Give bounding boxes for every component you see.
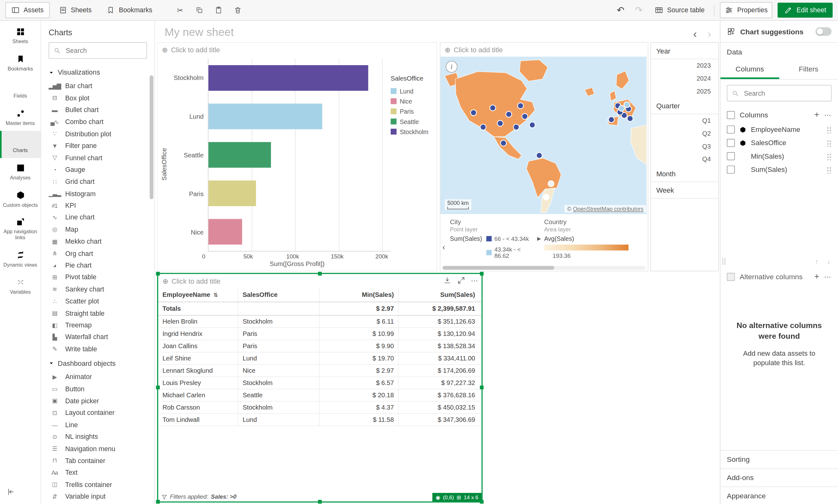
chart-type-org-chart[interactable]: ⋔Org chart: [49, 248, 152, 259]
map-title-placeholder[interactable]: ⊕ Click to add title: [440, 43, 648, 57]
chart-type-histogram[interactable]: ▁▃▂Histogram: [49, 187, 152, 200]
column-header-sum-sales[interactable]: Sum(Sales): [399, 288, 479, 302]
columns-more-icon[interactable]: ⋯: [824, 111, 832, 119]
filter-value-q1[interactable]: Q1: [651, 114, 718, 127]
tab-columns[interactable]: Columns: [720, 60, 780, 79]
chart-type-kpi[interactable]: #1KPI: [49, 200, 152, 212]
chart-type-map[interactable]: ◎Map: [49, 223, 152, 235]
add-alternative-icon[interactable]: +: [814, 272, 819, 281]
alternative-columns-checkbox[interactable]: [727, 273, 735, 281]
chart-type-pie-chart[interactable]: ◕Pie chart: [49, 259, 152, 271]
column-header-min-sales[interactable]: Min(Sales): [319, 288, 399, 302]
filter-value-2023[interactable]: 2023: [651, 59, 718, 72]
chart-type-variable-input[interactable]: ⇵Variable input: [49, 491, 152, 503]
sidebar-item-variables[interactable]: Variables: [0, 273, 41, 300]
chart-suggestions-toggle[interactable]: [816, 28, 832, 36]
table-row[interactable]: Tom LindwallLund$ 11.58$ 347,306.69: [158, 414, 482, 426]
chart-type-text[interactable]: AaText: [49, 467, 152, 479]
table-object-selected[interactable]: ⊕ Click to add title ⋯ EmployeeName⇅Sale…: [157, 273, 483, 502]
columns-select-all-checkbox[interactable]: [727, 111, 735, 119]
bar-chart-object[interactable]: ⊕ Click to add title SalesOffice Stockho…: [157, 42, 437, 271]
legend-item-lund[interactable]: Lund: [391, 86, 434, 96]
chart-type-funnel-chart[interactable]: ▽Funnel chart: [49, 152, 152, 164]
world-map[interactable]: [440, 57, 647, 214]
table-row[interactable]: Leif ShineLund$ 19.70$ 334,411.00: [158, 353, 482, 365]
filter-value-2024[interactable]: 2024: [651, 72, 718, 85]
chart-type-straight-table[interactable]: ▤Straight table: [49, 307, 152, 319]
column-item-sum-sales[interactable]: Sum(Sales): [720, 163, 838, 176]
accordion-add-ons[interactable]: Add-ons: [720, 468, 838, 487]
legend-item-paris[interactable]: Paris: [391, 106, 434, 116]
resize-handle-se[interactable]: [480, 500, 484, 504]
chart-type-distribution-plot[interactable]: ∵Distribution plot: [49, 128, 152, 140]
tab-filters[interactable]: Filters: [779, 60, 838, 79]
resize-handle-w[interactable]: [156, 385, 160, 390]
filter-section-quarter[interactable]: Quarter: [651, 97, 718, 114]
move-up-icon[interactable]: ↑: [815, 257, 819, 265]
map-object[interactable]: ⊕ Click to add title: [440, 42, 648, 271]
tab-bookmarks[interactable]: Bookmarks: [101, 2, 158, 18]
chart-type-bullet-chart[interactable]: ▬Bullet chart: [49, 104, 152, 116]
column-item-employeename[interactable]: EmployeeName: [720, 123, 838, 136]
next-sheet-button[interactable]: ›: [708, 28, 711, 40]
drag-handle-icon[interactable]: [827, 139, 832, 147]
previous-sheet-button[interactable]: ‹: [693, 28, 697, 40]
section-header-visualizations[interactable]: Visualizations: [49, 64, 152, 80]
bar-stockholm[interactable]: [209, 65, 368, 91]
column-checkbox[interactable]: [727, 152, 735, 160]
section-header-dashboard-objects[interactable]: Dashboard objects: [49, 355, 152, 371]
redo-button[interactable]: ↷: [632, 4, 645, 16]
resize-handle-e[interactable]: [480, 385, 484, 390]
chart-type-scatter-plot[interactable]: ∴Scatter plot: [49, 295, 152, 307]
map-info-icon[interactable]: i: [446, 61, 457, 72]
sidebar-item-fields[interactable]: Fields: [0, 76, 41, 103]
column-checkbox[interactable]: [727, 126, 735, 133]
chart-type-bar-chart[interactable]: ▂▅▇Bar chart: [49, 80, 152, 92]
fullscreen-icon[interactable]: [457, 276, 465, 285]
delete-button[interactable]: [230, 2, 246, 17]
panel-resize-grip[interactable]: [723, 258, 725, 265]
chart-type-line[interactable]: —Line: [49, 419, 152, 431]
tab-assets[interactable]: Assets: [5, 2, 50, 18]
filter-value-q3[interactable]: Q3: [651, 140, 718, 153]
chart-type-box-plot[interactable]: ⊟Box plot: [49, 92, 152, 104]
bar-lund[interactable]: [209, 104, 322, 129]
column-header-salesoffice[interactable]: SalesOffice: [239, 288, 320, 302]
accordion-appearance[interactable]: Appearance: [720, 486, 838, 504]
sidebar-item-app-navigation-links[interactable]: App navigation links: [0, 212, 41, 245]
columns-search[interactable]: [727, 85, 832, 102]
more-options-icon[interactable]: ⋯: [471, 276, 478, 284]
source-table-button[interactable]: Source table: [650, 2, 709, 17]
drag-handle-icon[interactable]: [827, 126, 832, 133]
chart-type-treemap[interactable]: ◧Treemap: [49, 319, 152, 331]
table-row[interactable]: Joan CallinsParis$ 9.90$ 138,528.34: [158, 340, 482, 353]
chart-type-date-picker[interactable]: ▣Date picker: [49, 395, 152, 407]
chart-type-tab-container[interactable]: ⊓Tab container: [49, 455, 152, 467]
table-row[interactable]: Michael CarlenSeattle$ 20.18$ 376,628.16: [158, 390, 482, 402]
charts-search-input[interactable]: [65, 46, 142, 55]
copy-button[interactable]: [191, 2, 207, 17]
resize-handle-ne[interactable]: [480, 272, 484, 275]
sidebar-item-master-items[interactable]: Master items: [0, 104, 41, 131]
column-item-min-sales[interactable]: Min(Sales): [720, 149, 838, 163]
filter-value-2025[interactable]: 2025: [651, 85, 718, 98]
collapse-rail-button[interactable]: [0, 482, 41, 504]
chart-type-navigation-menu[interactable]: ☰Navigation menu: [49, 443, 152, 455]
bar-paris[interactable]: [209, 181, 256, 206]
table-row[interactable]: Lennart SkoglundNice$ 2.97$ 174,206.69: [158, 365, 482, 377]
cut-button[interactable]: ✂: [172, 2, 188, 17]
chart-type-button[interactable]: ▭Button: [49, 383, 152, 395]
chart-type-waterfall-chart[interactable]: ▙Waterfall chart: [49, 331, 152, 343]
chart-type-layout-container[interactable]: ⊡Layout container: [49, 407, 152, 419]
resize-handle-s[interactable]: [318, 500, 322, 504]
tab-sheets[interactable]: Sheets: [53, 2, 97, 18]
chart-type-sankey-chart[interactable]: ≋Sankey chart: [49, 283, 152, 295]
chart-type-trellis-container[interactable]: ◫Trellis container: [49, 479, 152, 491]
column-checkbox[interactable]: [727, 166, 735, 174]
filter-section-year[interactable]: Year: [651, 43, 718, 59]
filter-section-month[interactable]: Month: [651, 166, 718, 182]
osm-link[interactable]: OpenStreetMap contributors: [573, 205, 644, 212]
filter-pane-object[interactable]: Year202320242025QuarterQ1Q2Q3Q4MonthWeek: [650, 42, 719, 271]
paste-button[interactable]: [210, 2, 227, 17]
resize-handle-n[interactable]: [318, 272, 322, 275]
